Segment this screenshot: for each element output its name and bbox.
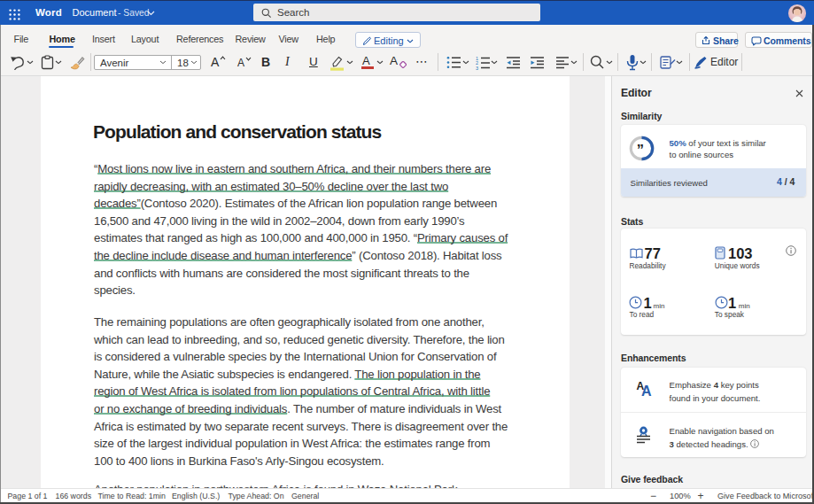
svg-text:3: 3 (476, 66, 478, 71)
svg-text:”: ” (637, 142, 644, 158)
